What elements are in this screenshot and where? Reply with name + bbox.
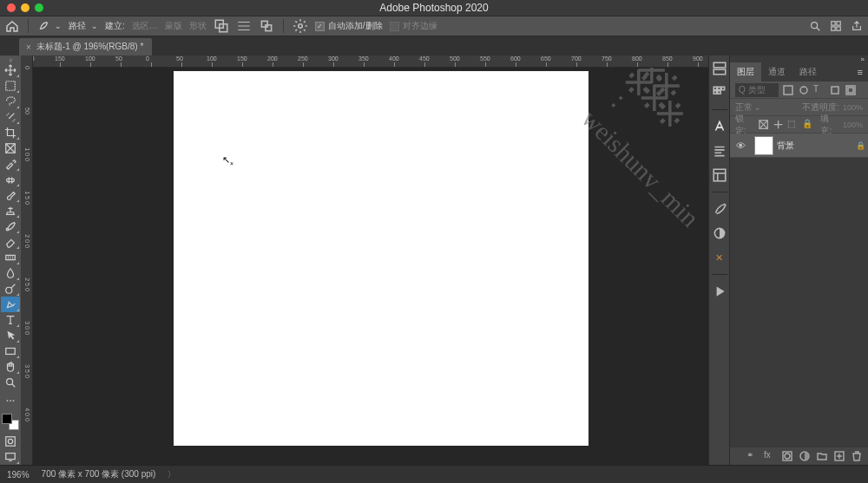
color-swatches[interactable]	[2, 414, 19, 430]
lock-position-icon[interactable]	[773, 119, 784, 131]
layer-thumbnail[interactable]	[754, 136, 773, 155]
zoom-tool[interactable]	[1, 375, 20, 390]
zoom-level[interactable]: 196%	[7, 470, 30, 480]
align-edges[interactable]: 对齐边缘	[390, 20, 437, 32]
lock-icon[interactable]: 🔒	[852, 141, 868, 150]
layer-row[interactable]: 👁 背景 🔒	[730, 134, 868, 158]
home-icon[interactable]	[5, 19, 19, 33]
color-panel-icon[interactable]	[712, 61, 727, 76]
clone-stamp-tool[interactable]	[1, 203, 20, 219]
lock-all-icon[interactable]: 🔒	[802, 119, 813, 131]
tab-paths[interactable]: 路径	[792, 62, 824, 82]
delete-layer-icon[interactable]	[851, 450, 863, 462]
document-tab[interactable]: × 未标题-1 @ 196%(RGB/8) *	[19, 38, 152, 55]
svg-point-22	[8, 440, 12, 444]
history-brush-tool[interactable]	[1, 219, 20, 234]
type-tool[interactable]	[1, 312, 20, 328]
close-tab-icon[interactable]: ×	[26, 42, 31, 52]
search-icon[interactable]	[809, 20, 821, 32]
checkbox-icon: ✓	[315, 22, 325, 31]
lock-artboard-icon[interactable]: ⬚	[787, 119, 799, 131]
lasso-tool[interactable]	[1, 94, 20, 109]
tool-preset-dropdown[interactable]	[37, 20, 62, 32]
styles-panel-icon[interactable]: ✕	[712, 250, 727, 265]
dodge-tool[interactable]	[1, 281, 20, 297]
foreground-color-swatch[interactable]	[2, 414, 12, 424]
paragraph-panel-icon[interactable]	[712, 143, 727, 159]
filter-adjust-icon[interactable]	[798, 84, 810, 96]
actions-panel-icon[interactable]	[712, 284, 727, 299]
filter-type-icon[interactable]: T	[813, 84, 825, 96]
filter-image-icon[interactable]	[782, 84, 794, 96]
brush-tool[interactable]	[1, 187, 20, 203]
path-arrange-icon[interactable]	[259, 18, 274, 34]
tab-layers[interactable]: 图层	[730, 62, 761, 82]
eraser-tool[interactable]	[1, 234, 20, 250]
fill-value[interactable]: 100%	[843, 121, 863, 129]
frame-tool[interactable]	[1, 140, 20, 156]
hand-tool[interactable]	[1, 359, 20, 375]
svg-rect-31	[713, 169, 726, 181]
lock-pixels-icon[interactable]	[758, 119, 769, 131]
blend-mode-dropdown[interactable]: 正常	[735, 101, 761, 114]
visibility-icon[interactable]: 👁	[730, 140, 751, 151]
ruler-horizontal[interactable]: 2001501005005010015020025030035040045050…	[33, 55, 708, 68]
doc-info-arrow-icon[interactable]: 〉	[168, 469, 175, 480]
edit-toolbar-icon[interactable]	[1, 393, 20, 408]
rectangle-tool[interactable]	[1, 343, 20, 359]
screen-mode-icon[interactable]	[1, 449, 20, 465]
canvas[interactable]: ↖× ※※※※※：weishunv_min	[33, 68, 708, 465]
marquee-tool[interactable]	[1, 78, 20, 94]
path-align-icon[interactable]	[236, 18, 252, 34]
svg-rect-24	[713, 62, 726, 68]
panel-menu-icon[interactable]: ≡	[852, 67, 868, 77]
collapse-panel-icon[interactable]: »	[730, 55, 868, 62]
layer-search-input[interactable]	[735, 83, 779, 97]
crop-tool[interactable]	[1, 125, 20, 140]
group-icon[interactable]	[816, 450, 828, 462]
magic-wand-tool[interactable]	[1, 109, 20, 125]
tab-channels[interactable]: 通道	[761, 62, 792, 82]
adjustment-layer-icon[interactable]	[799, 450, 811, 462]
svg-rect-35	[832, 87, 838, 94]
link-layers-icon[interactable]: ⚭	[746, 450, 759, 462]
gear-icon[interactable]	[293, 18, 308, 34]
eyedropper-tool[interactable]	[1, 156, 20, 172]
opacity-label: 不透明度:	[802, 101, 839, 114]
layer-style-icon[interactable]: fx	[764, 450, 776, 462]
properties-panel-icon[interactable]	[712, 167, 727, 183]
artboard[interactable]	[174, 71, 589, 446]
auto-add-delete[interactable]: ✓自动添加/删除	[315, 20, 383, 32]
opacity-value[interactable]: 100%	[843, 103, 863, 112]
adjustments-panel-icon[interactable]	[712, 225, 727, 241]
svg-rect-28	[721, 87, 724, 89]
doc-info[interactable]: 700 像素 x 700 像素 (300 ppi)	[42, 468, 156, 480]
new-layer-icon[interactable]	[833, 450, 845, 462]
shape-button[interactable]: 形状	[189, 20, 207, 32]
gradient-tool[interactable]	[1, 250, 20, 265]
filter-shape-icon[interactable]	[829, 84, 841, 96]
layer-name[interactable]: 背景	[777, 140, 852, 152]
character-panel-icon[interactable]	[712, 119, 727, 134]
workspace-icon[interactable]	[830, 20, 842, 32]
pen-tool[interactable]	[1, 297, 20, 312]
mode-dropdown[interactable]: 路径	[69, 20, 98, 32]
window-titlebar: Adobe Photoshop 2020	[0, 0, 868, 16]
healing-brush-tool[interactable]	[1, 172, 20, 187]
layer-mask-icon[interactable]	[781, 450, 793, 462]
mask-button[interactable]: 蒙版	[165, 20, 182, 32]
ruler-vertical[interactable]: 0501 0 01 5 02 0 02 5 03 0 03 5 04 0 0	[21, 55, 33, 465]
status-bar: 196% 700 像素 x 700 像素 (300 ppi) 〉	[0, 465, 868, 483]
path-combine-icon[interactable]	[214, 18, 229, 34]
blur-tool[interactable]	[1, 265, 20, 281]
pen-cursor-icon: ↖×	[222, 154, 233, 166]
brushes-panel-icon[interactable]	[712, 201, 727, 217]
svg-rect-30	[717, 91, 720, 94]
quick-mask-icon[interactable]	[1, 434, 20, 449]
move-tool[interactable]	[1, 62, 20, 78]
swatches-panel-icon[interactable]	[712, 85, 727, 101]
selection-button[interactable]: 选区…	[132, 20, 158, 32]
path-selection-tool[interactable]	[1, 328, 20, 343]
share-icon[interactable]	[851, 20, 863, 32]
filter-smart-icon[interactable]	[845, 84, 857, 96]
